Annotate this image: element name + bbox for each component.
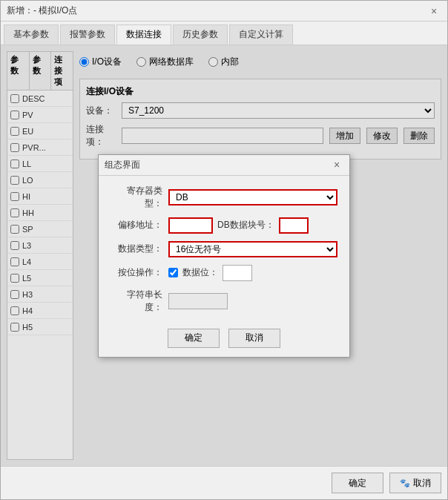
- register-type-row: 寄存器类型： DB M I Q: [111, 185, 337, 210]
- tab-bar: 基本参数 报警参数 数据连接 历史参数 自定义计算: [1, 22, 447, 45]
- str-len-row: 字符串长度： 0: [111, 289, 337, 314]
- modal-title-bar: 组态界面 ×: [99, 155, 349, 176]
- offset-input[interactable]: 0: [168, 217, 213, 234]
- db-block-input[interactable]: 1: [279, 217, 309, 234]
- bit-pos-input[interactable]: 1: [223, 265, 252, 281]
- register-type-select[interactable]: DB M I Q: [168, 189, 337, 205]
- modal-close-button[interactable]: ×: [330, 159, 343, 171]
- offset-db-row: 0 DB数据块号： 1: [168, 217, 337, 234]
- data-type-select[interactable]: 16位无符号 8位无符号 32位无符号 浮点数: [168, 241, 337, 257]
- cancel-icon: 🐾: [400, 478, 410, 488]
- tab-alarm[interactable]: 报警参数: [60, 24, 115, 45]
- bottom-bar: 确定 🐾 取消: [1, 466, 447, 499]
- main-cancel-button[interactable]: 🐾 取消: [389, 473, 441, 493]
- data-type-label: 数据类型：: [111, 243, 162, 255]
- modal-cancel-button[interactable]: 取消: [228, 329, 280, 348]
- register-type-label: 寄存器类型：: [111, 185, 162, 210]
- cancel-label: 取消: [413, 477, 431, 490]
- tab-data-connect[interactable]: 数据连接: [116, 24, 171, 45]
- offset-row: 偏移地址： 0 DB数据块号： 1: [111, 217, 337, 234]
- tab-custom-calc[interactable]: 自定义计算: [229, 24, 293, 45]
- str-len-input[interactable]: 0: [168, 293, 228, 309]
- data-type-row: 数据类型： 16位无符号 8位无符号 32位无符号 浮点数: [111, 241, 337, 257]
- offset-label: 偏移地址：: [111, 219, 162, 231]
- modal-confirm-button[interactable]: 确定: [168, 329, 220, 348]
- db-block-label: DB数据块号：: [217, 219, 274, 231]
- bit-pos-label: 数据位：: [182, 266, 218, 279]
- window-close-button[interactable]: ×: [426, 5, 441, 17]
- modal-footer: 确定 取消: [99, 323, 349, 357]
- main-confirm-button[interactable]: 确定: [332, 473, 383, 493]
- modal-title: 组态界面: [105, 159, 140, 171]
- bit-op-label: 按位操作：: [111, 266, 162, 279]
- bit-op-row: 按位操作： 数据位： 1: [111, 265, 337, 281]
- title-bar: 新增：- 模拟I/O点 ×: [1, 1, 447, 22]
- tab-history[interactable]: 历史参数: [173, 24, 228, 45]
- tab-basic[interactable]: 基本参数: [4, 24, 59, 45]
- modal-body: 寄存器类型： DB M I Q 偏移地址： 0 DB数据块号：: [99, 176, 349, 323]
- modal-dialog: 组态界面 × 寄存器类型： DB M I Q: [98, 154, 350, 358]
- content-area: 参数 参数 连接项 DESC PV EU PVR... L: [1, 45, 447, 466]
- window-title: 新增：- 模拟I/O点: [7, 4, 77, 17]
- bit-op-checkbox[interactable]: [168, 268, 178, 277]
- str-len-label: 字符串长度：: [111, 289, 162, 314]
- main-window: 新增：- 模拟I/O点 × 基本参数 报警参数 数据连接 历史参数 自定义计算 …: [0, 0, 448, 500]
- modal-overlay: 组态界面 × 寄存器类型： DB M I Q: [1, 45, 447, 466]
- bit-op-checkbox-row: 数据位： 1: [168, 265, 252, 281]
